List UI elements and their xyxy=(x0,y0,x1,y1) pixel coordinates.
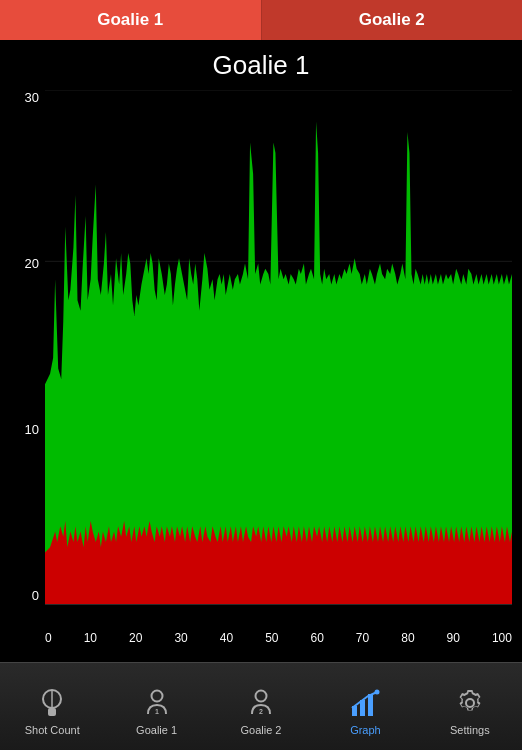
gear-icon xyxy=(453,686,487,720)
goalie2-icon: 2 xyxy=(244,686,278,720)
chart-title: Goalie 1 xyxy=(0,40,522,81)
header-tabs: Goalie 1 Goalie 2 xyxy=(0,0,522,40)
svg-text:2: 2 xyxy=(259,708,263,715)
y-label-30: 30 xyxy=(25,90,39,105)
nav-label-goalie1: Goalie 1 xyxy=(136,724,177,736)
svg-rect-16 xyxy=(368,694,373,716)
y-label-0: 0 xyxy=(32,588,39,603)
x-label-70: 70 xyxy=(356,631,369,645)
tab-goalie2[interactable]: Goalie 2 xyxy=(262,0,523,40)
x-label-40: 40 xyxy=(220,631,233,645)
svg-rect-8 xyxy=(48,708,56,716)
x-label-100: 100 xyxy=(492,631,512,645)
chart-container: Goalie 1 Saves Goals 30 20 10 0 xyxy=(0,40,522,660)
shot-count-icon xyxy=(35,686,69,720)
tab-goalie1[interactable]: Goalie 1 xyxy=(0,0,262,40)
nav-label-settings: Settings xyxy=(450,724,490,736)
x-label-20: 20 xyxy=(129,631,142,645)
svg-text:1: 1 xyxy=(155,708,159,715)
x-label-50: 50 xyxy=(265,631,278,645)
nav-item-goalie2[interactable]: 2 Goalie 2 xyxy=(209,663,313,750)
nav-item-goalie1[interactable]: 1 Goalie 1 xyxy=(104,663,208,750)
svg-point-17 xyxy=(375,689,380,694)
svg-point-10 xyxy=(151,690,162,701)
goalie1-icon: 1 xyxy=(140,686,174,720)
bottom-nav: Shot Count 1 Goalie 1 2 Goalie 2 xyxy=(0,662,522,750)
y-label-20: 20 xyxy=(25,256,39,271)
x-label-10: 10 xyxy=(84,631,97,645)
x-label-30: 30 xyxy=(174,631,187,645)
x-label-60: 60 xyxy=(310,631,323,645)
chart-svg xyxy=(45,90,512,605)
nav-label-goalie2: Goalie 2 xyxy=(241,724,282,736)
x-label-90: 90 xyxy=(447,631,460,645)
nav-item-settings[interactable]: Settings xyxy=(418,663,522,750)
x-axis: 0 10 20 30 40 50 60 70 80 90 100 xyxy=(45,631,512,645)
nav-item-shot-count[interactable]: Shot Count xyxy=(0,663,104,750)
nav-label-graph: Graph xyxy=(350,724,381,736)
nav-item-graph[interactable]: Graph xyxy=(313,663,417,750)
x-label-80: 80 xyxy=(401,631,414,645)
y-axis: 30 20 10 0 xyxy=(0,90,45,605)
graph-icon xyxy=(348,686,382,720)
svg-point-12 xyxy=(256,690,267,701)
nav-label-shot-count: Shot Count xyxy=(25,724,80,736)
chart-svg-wrapper xyxy=(45,90,512,605)
x-label-0: 0 xyxy=(45,631,52,645)
y-label-10: 10 xyxy=(25,422,39,437)
